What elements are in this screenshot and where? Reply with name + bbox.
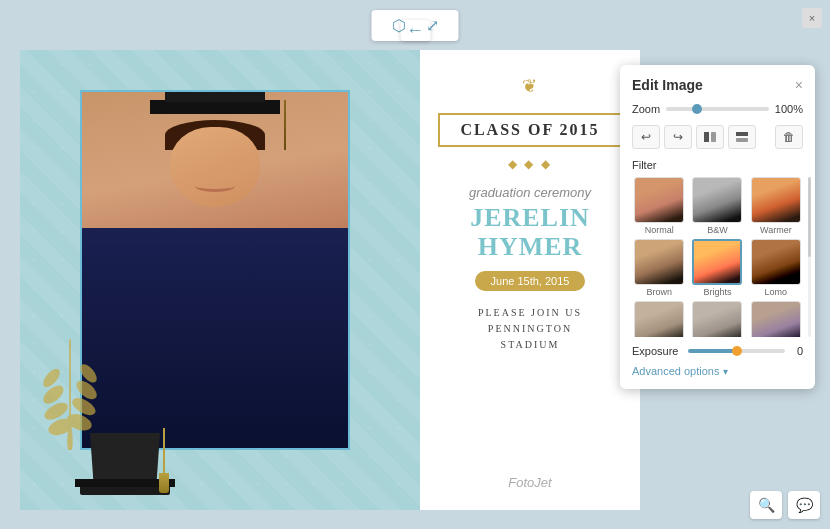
filter-normal-preview — [635, 178, 683, 222]
filter-brown-thumb — [634, 239, 684, 285]
filter-warmer[interactable]: Warmer — [749, 177, 803, 235]
smile — [195, 180, 235, 192]
filter-row3c-thumb — [751, 301, 801, 337]
filter-bw-label: B&W — [707, 225, 728, 235]
cap-brim — [150, 100, 280, 114]
undo-button[interactable]: ↩ — [632, 125, 660, 149]
filter-bw-preview — [693, 178, 741, 222]
exposure-slider[interactable] — [688, 349, 785, 353]
filter-row3a-thumb — [634, 301, 684, 337]
svg-text:❦: ❦ — [522, 76, 539, 96]
filter-bw[interactable]: B&W — [690, 177, 744, 235]
ornament-divider: ◆ ◆ ◆ — [508, 157, 552, 171]
filter-row3a-preview — [635, 302, 683, 337]
advanced-options-row[interactable]: Advanced options ▾ — [632, 365, 803, 377]
ornament-top: ❦ — [490, 70, 570, 105]
photo-panel — [20, 50, 420, 510]
zoom-slider[interactable] — [666, 107, 769, 111]
card-panel: ❦ CLASS OF 2015 ◆ ◆ ◆ graduation ceremon… — [420, 50, 640, 510]
zoom-row: Zoom 100% — [632, 103, 803, 115]
ceremony-text: graduation ceremony — [469, 185, 591, 200]
window-close-button[interactable]: × — [802, 8, 822, 28]
filter-lomo-preview — [752, 240, 800, 284]
filter-normal[interactable]: Normal — [632, 177, 686, 235]
ornament-svg: ❦ — [490, 70, 570, 100]
graduate-photo — [82, 92, 348, 448]
filter-brights-thumb — [692, 239, 742, 285]
exposure-thumb — [732, 346, 742, 356]
filter-bw-thumb — [692, 177, 742, 223]
filter-row3b-preview — [693, 302, 741, 337]
exposure-value: 0 — [791, 345, 803, 357]
zoom-percent: 100% — [775, 103, 803, 115]
filter-label: Filter — [632, 159, 803, 171]
delete-button[interactable]: 🗑 — [775, 125, 803, 149]
filter-row3a[interactable] — [632, 301, 686, 337]
filter-normal-thumb — [634, 177, 684, 223]
bottom-grad-cap — [80, 483, 170, 495]
top-navigation-bar: ← ⬡ ⤢ — [372, 10, 459, 41]
chevron-down-icon: ▾ — [723, 366, 728, 377]
bottom-icons: 🔍 💬 — [750, 491, 820, 519]
join-text: PLEASE JOIN US PENNINGTON STADIUM — [478, 305, 582, 353]
filter-warmer-thumb — [751, 177, 801, 223]
svg-rect-12 — [711, 132, 716, 142]
filter-lomo-thumb — [751, 239, 801, 285]
filter-row3c[interactable] — [749, 301, 803, 337]
filter-scrollbar-thumb — [808, 177, 811, 257]
cap-body — [90, 433, 160, 483]
edit-image-panel: Edit Image × Zoom 100% ↩ ↪ 🗑 Filter Nor — [620, 65, 815, 389]
filter-brown-preview — [635, 240, 683, 284]
chat-icon: 💬 — [796, 497, 813, 513]
filter-grid: Normal B&W Warmer Brown — [632, 177, 803, 337]
filter-warmer-preview — [752, 178, 800, 222]
svg-rect-11 — [704, 132, 709, 142]
redo-button[interactable]: ↪ — [664, 125, 692, 149]
zoom-thumb — [692, 104, 702, 114]
zoom-icon: 🔍 — [758, 497, 775, 513]
photo-frame[interactable] — [80, 90, 350, 450]
zoom-label: Zoom — [632, 103, 660, 115]
chat-button[interactable]: 💬 — [788, 491, 820, 519]
gown — [82, 228, 348, 448]
graduate-name: JERELIN HYMER — [470, 204, 590, 261]
panel-header: Edit Image × — [632, 77, 803, 93]
flip-vertical-button[interactable] — [728, 125, 756, 149]
filter-row3b-thumb — [692, 301, 742, 337]
exposure-row: Exposure 0 — [632, 345, 803, 357]
filter-brights-label: Brights — [703, 287, 731, 297]
cap-top — [165, 90, 265, 102]
filter-lomo-label: Lomo — [765, 287, 788, 297]
filter-normal-label: Normal — [645, 225, 674, 235]
svg-rect-13 — [736, 132, 748, 136]
filter-brown-label: Brown — [646, 287, 672, 297]
filter-row3b[interactable] — [690, 301, 744, 337]
filter-row3c-preview — [752, 302, 800, 337]
advanced-options-label: Advanced options — [632, 365, 719, 377]
gold-leaf-decoration — [30, 330, 110, 450]
back-button[interactable]: ← — [400, 20, 430, 41]
panel-title: Edit Image — [632, 77, 703, 93]
zoom-toggle-button[interactable]: 🔍 — [750, 491, 782, 519]
flip-horizontal-button[interactable] — [696, 125, 724, 149]
exposure-label: Exposure — [632, 345, 682, 357]
filter-lomo[interactable]: Lomo — [749, 239, 803, 297]
tassel-rope — [158, 428, 170, 488]
face — [170, 127, 260, 207]
brand-text: FotoJet — [508, 475, 551, 490]
tassel — [284, 100, 286, 150]
class-of-text: CLASS OF 2015 — [460, 121, 599, 138]
filter-scroll-container: Normal B&W Warmer Brown — [632, 177, 803, 337]
class-box: CLASS OF 2015 — [438, 113, 621, 147]
panel-close-button[interactable]: × — [795, 77, 803, 93]
date-badge: June 15th, 2015 — [475, 271, 586, 291]
filter-brights[interactable]: Brights — [690, 239, 744, 297]
filter-brown[interactable]: Brown — [632, 239, 686, 297]
canvas-area: ❦ CLASS OF 2015 ◆ ◆ ◆ graduation ceremon… — [20, 50, 640, 510]
filter-scrollbar — [808, 177, 811, 337]
toolbar-row: ↩ ↪ 🗑 — [632, 125, 803, 149]
filter-warmer-label: Warmer — [760, 225, 792, 235]
filter-brights-preview — [694, 241, 740, 283]
svg-rect-14 — [736, 138, 748, 142]
